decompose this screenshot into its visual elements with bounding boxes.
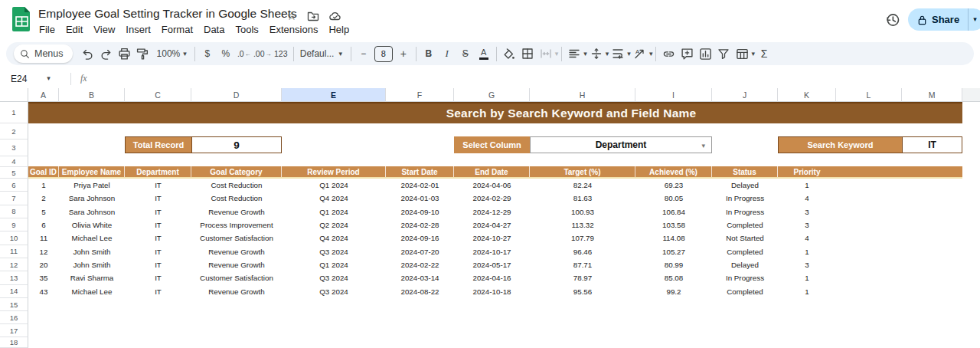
decrease-decimals-button[interactable]: .0← <box>235 44 253 63</box>
cell-r6-cB[interactable]: Priya Patel <box>59 179 125 192</box>
column-header-L[interactable]: L <box>836 88 902 102</box>
cell-r14-cF[interactable]: 2024-08-22 <box>386 285 454 298</box>
cell-r10-cI[interactable]: 114.08 <box>635 231 712 245</box>
cell-r14-cC[interactable]: IT <box>125 285 191 298</box>
row-header-17[interactable]: 17 <box>0 324 28 337</box>
cell-r13-cJ[interactable]: In Progress <box>712 271 778 284</box>
cell-r9-cD[interactable]: Process Improvement <box>191 218 282 231</box>
increase-decimals-button[interactable]: .00→ <box>253 44 272 63</box>
cell-r6-cA[interactable]: 1 <box>28 179 59 192</box>
increase-font-size-button[interactable]: + <box>394 44 413 63</box>
text-wrap-button[interactable] <box>609 44 627 63</box>
cell-r6-cG[interactable]: 2024-04-06 <box>454 179 530 192</box>
row-header-1[interactable]: 1 <box>0 102 28 123</box>
print-icon[interactable] <box>116 44 134 63</box>
row-header-16[interactable]: 16 <box>0 311 28 324</box>
cell-r7-cJ[interactable]: In Progress <box>712 192 778 205</box>
cell-r8-cA[interactable]: 5 <box>28 205 59 218</box>
insert-comment-button[interactable] <box>678 44 696 63</box>
cell-r12-cD[interactable]: Revenue Growth <box>191 258 282 271</box>
cell-r10-cB[interactable]: Michael Lee <box>59 231 125 245</box>
cell-r11-cE[interactable]: Q3 2024 <box>282 245 386 258</box>
row-header-12[interactable]: 12 <box>0 258 28 271</box>
cell-r14-cD[interactable]: Revenue Growth <box>191 285 282 298</box>
row-header-2[interactable]: 2 <box>0 123 28 140</box>
cell-r13-cI[interactable]: 85.08 <box>635 271 712 284</box>
cell-r11-cK[interactable]: 1 <box>778 245 836 258</box>
redo-icon[interactable] <box>97 44 116 63</box>
cell-r8-cH[interactable]: 100.93 <box>530 205 635 218</box>
share-dropdown-icon[interactable]: ▾ <box>973 16 977 23</box>
cell-r7-cK[interactable]: 4 <box>778 192 836 205</box>
cell-r13-cD[interactable]: Customer Satisfaction <box>191 271 282 284</box>
cell-r13-cB[interactable]: Ravi Sharma <box>59 271 125 284</box>
merge-cells-dropdown-icon[interactable]: ▾ <box>555 51 559 57</box>
cell-r6-cD[interactable]: Cost Reduction <box>191 179 282 192</box>
cell-r8-cF[interactable]: 2024-09-10 <box>386 205 454 218</box>
search-keyword-value[interactable]: IT <box>902 136 962 153</box>
text-color-button[interactable]: A <box>475 44 493 63</box>
cell-r7-cC[interactable]: IT <box>125 192 191 205</box>
cell-r6-cE[interactable]: Q1 2024 <box>282 179 386 192</box>
cell-r9-cB[interactable]: Olivia White <box>59 218 125 231</box>
menus-search-button[interactable]: Menus <box>14 44 73 63</box>
row-header-15[interactable]: 15 <box>0 298 28 311</box>
column-header-K[interactable]: K <box>778 88 836 102</box>
text-rotation-button[interactable]: A <box>631 44 649 63</box>
menu-file[interactable]: File <box>34 24 60 35</box>
table-header-goal-category[interactable]: Goal Category <box>191 166 282 177</box>
cell-r8-cI[interactable]: 106.84 <box>635 205 712 218</box>
column-header-E[interactable]: E <box>282 88 386 102</box>
table-header-goal-id[interactable]: Goal ID <box>28 166 59 177</box>
cell-r8-cE[interactable]: Q1 2024 <box>282 205 386 218</box>
select-column-dropdown[interactable]: Department ▾ <box>530 136 712 153</box>
cell-r14-cK[interactable]: 1 <box>778 285 836 298</box>
cell-r8-cJ[interactable]: In Progress <box>712 205 778 218</box>
menu-help[interactable]: Help <box>323 24 354 35</box>
cell-r11-cJ[interactable]: Completed <box>712 245 778 258</box>
cell-r12-cI[interactable]: 80.99 <box>635 258 712 271</box>
cell-r7-cI[interactable]: 80.05 <box>635 192 712 205</box>
font-selector[interactable]: Defaul...▾ <box>297 48 348 59</box>
cell-r10-cD[interactable]: Customer Satisfaction <box>191 231 282 245</box>
table-views-button[interactable] <box>733 44 751 63</box>
column-header-F[interactable]: F <box>386 88 454 102</box>
cell-r14-cJ[interactable]: Completed <box>712 285 778 298</box>
undo-icon[interactable] <box>79 44 97 63</box>
select-column-caret-icon[interactable]: ▾ <box>701 143 705 149</box>
sheets-logo-icon[interactable] <box>11 6 32 32</box>
cell-r14-cB[interactable]: Michael Lee <box>59 285 125 298</box>
cell-r6-cI[interactable]: 69.23 <box>635 179 712 192</box>
menu-data[interactable]: Data <box>198 24 230 35</box>
cell-r9-cI[interactable]: 103.58 <box>635 218 712 231</box>
cell-r11-cH[interactable]: 96.46 <box>530 245 635 258</box>
column-header-C[interactable]: C <box>125 88 191 102</box>
row-header-11[interactable]: 11 <box>0 245 28 258</box>
cell-r11-cD[interactable]: Revenue Growth <box>191 245 282 258</box>
cell-r10-cG[interactable]: 2024-10-27 <box>454 231 530 245</box>
cell-r13-cK[interactable]: 1 <box>778 271 836 284</box>
format-currency-button[interactable]: $ <box>198 44 217 63</box>
cell-r7-cG[interactable]: 2024-02-29 <box>454 192 530 205</box>
share-button[interactable]: Share ▾ <box>908 8 980 31</box>
fill-color-button[interactable] <box>500 44 518 63</box>
cell-r14-cH[interactable]: 95.56 <box>530 285 635 298</box>
cell-r11-cC[interactable]: IT <box>125 245 191 258</box>
bold-button[interactable]: B <box>420 44 438 63</box>
more-formats-button[interactable]: 123 <box>272 44 290 63</box>
cell-r6-cK[interactable]: 1 <box>778 179 836 192</box>
cell-r10-cK[interactable]: 4 <box>778 231 836 245</box>
column-header-B[interactable]: B <box>59 88 125 102</box>
document-title[interactable]: Employee Goal Setting Tracker in Google … <box>38 7 297 21</box>
cell-r10-cJ[interactable]: Not Started <box>712 231 778 245</box>
row-header-5[interactable]: 5 <box>0 167 28 179</box>
row-header-9[interactable]: 9 <box>0 218 28 231</box>
cell-r13-cG[interactable]: 2024-04-16 <box>454 271 530 284</box>
vertical-align-button[interactable] <box>587 44 606 63</box>
column-header-M[interactable]: M <box>902 88 962 102</box>
table-header-employee-name[interactable]: Employee Name <box>59 166 125 177</box>
cell-r14-cE[interactable]: Q3 2024 <box>282 285 386 298</box>
table-header-target[interactable]: Target (%) <box>530 166 635 177</box>
cell-r12-cG[interactable]: 2024-05-17 <box>454 258 530 271</box>
cell-r12-cF[interactable]: 2024-02-22 <box>386 258 454 271</box>
